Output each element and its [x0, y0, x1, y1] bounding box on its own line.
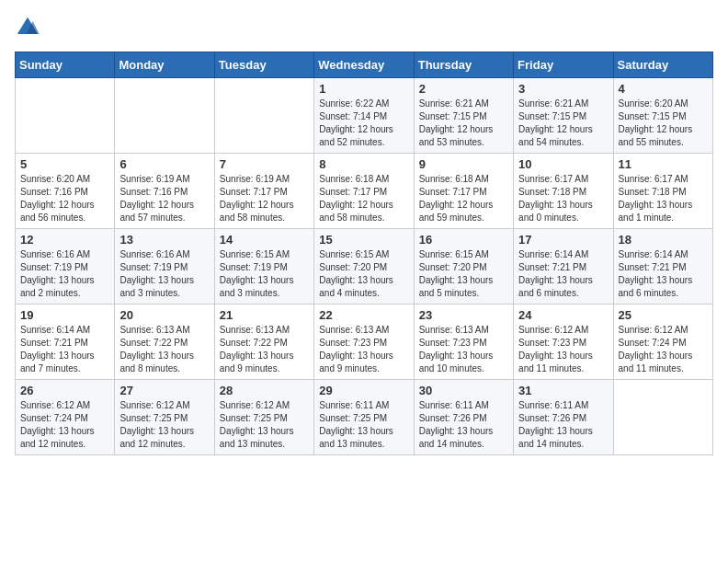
day-info: Sunrise: 6:16 AM Sunset: 7:19 PM Dayligh…: [20, 248, 109, 300]
header-wednesday: Wednesday: [314, 52, 414, 78]
week-row-4: 19Sunrise: 6:14 AM Sunset: 7:21 PM Dayli…: [16, 304, 713, 380]
day-cell: 2Sunrise: 6:21 AM Sunset: 7:15 PM Daylig…: [414, 78, 513, 154]
day-cell: 27Sunrise: 6:12 AM Sunset: 7:25 PM Dayli…: [115, 380, 214, 455]
day-number: 7: [220, 157, 309, 171]
day-cell: [214, 78, 313, 154]
day-number: 18: [619, 233, 708, 247]
day-cell: [115, 78, 214, 154]
day-number: 20: [119, 308, 209, 322]
day-info: Sunrise: 6:13 AM Sunset: 7:22 PM Dayligh…: [119, 324, 209, 375]
header-sunday: Sunday: [16, 52, 115, 78]
day-info: Sunrise: 6:15 AM Sunset: 7:20 PM Dayligh…: [419, 248, 508, 300]
calendar-table: SundayMondayTuesdayWednesdayThursdayFrid…: [15, 52, 713, 455]
day-number: 26: [20, 384, 109, 397]
header-tuesday: Tuesday: [214, 52, 313, 78]
day-cell: 20Sunrise: 6:13 AM Sunset: 7:22 PM Dayli…: [115, 304, 214, 380]
day-info: Sunrise: 6:18 AM Sunset: 7:17 PM Dayligh…: [419, 173, 508, 224]
day-cell: 25Sunrise: 6:12 AM Sunset: 7:24 PM Dayli…: [613, 304, 712, 380]
day-number: 29: [319, 384, 408, 397]
week-row-1: 1Sunrise: 6:22 AM Sunset: 7:14 PM Daylig…: [16, 78, 713, 154]
day-cell: 26Sunrise: 6:12 AM Sunset: 7:24 PM Dayli…: [16, 380, 115, 455]
header-saturday: Saturday: [613, 52, 712, 78]
day-number: 5: [20, 157, 109, 171]
day-info: Sunrise: 6:19 AM Sunset: 7:17 PM Dayligh…: [220, 173, 309, 224]
day-number: 19: [20, 308, 109, 322]
day-info: Sunrise: 6:12 AM Sunset: 7:25 PM Dayligh…: [220, 399, 309, 451]
day-cell: 12Sunrise: 6:16 AM Sunset: 7:19 PM Dayli…: [16, 229, 115, 304]
day-info: Sunrise: 6:12 AM Sunset: 7:24 PM Dayligh…: [619, 324, 708, 375]
day-info: Sunrise: 6:15 AM Sunset: 7:19 PM Dayligh…: [220, 248, 309, 300]
day-info: Sunrise: 6:14 AM Sunset: 7:21 PM Dayligh…: [518, 248, 608, 300]
day-cell: 19Sunrise: 6:14 AM Sunset: 7:21 PM Dayli…: [16, 304, 115, 380]
day-cell: 5Sunrise: 6:20 AM Sunset: 7:16 PM Daylig…: [16, 154, 115, 229]
day-cell: 8Sunrise: 6:18 AM Sunset: 7:17 PM Daylig…: [314, 154, 414, 229]
day-number: 31: [518, 384, 608, 397]
day-cell: 22Sunrise: 6:13 AM Sunset: 7:23 PM Dayli…: [314, 304, 414, 380]
day-number: 21: [220, 308, 309, 322]
header-monday: Monday: [115, 52, 214, 78]
day-info: Sunrise: 6:11 AM Sunset: 7:26 PM Dayligh…: [518, 399, 608, 451]
day-info: Sunrise: 6:17 AM Sunset: 7:18 PM Dayligh…: [619, 173, 708, 224]
day-info: Sunrise: 6:18 AM Sunset: 7:17 PM Dayligh…: [319, 173, 408, 224]
page-header: [15, 15, 713, 40]
day-cell: 28Sunrise: 6:12 AM Sunset: 7:25 PM Dayli…: [214, 380, 313, 455]
day-number: 22: [319, 308, 408, 322]
day-cell: 21Sunrise: 6:13 AM Sunset: 7:22 PM Dayli…: [214, 304, 313, 380]
day-cell: 3Sunrise: 6:21 AM Sunset: 7:15 PM Daylig…: [514, 78, 613, 154]
day-cell: 9Sunrise: 6:18 AM Sunset: 7:17 PM Daylig…: [414, 154, 513, 229]
day-info: Sunrise: 6:20 AM Sunset: 7:15 PM Dayligh…: [619, 98, 708, 149]
day-cell: [613, 380, 712, 455]
day-cell: 29Sunrise: 6:11 AM Sunset: 7:25 PM Dayli…: [314, 380, 414, 455]
week-row-2: 5Sunrise: 6:20 AM Sunset: 7:16 PM Daylig…: [16, 154, 713, 229]
day-cell: 23Sunrise: 6:13 AM Sunset: 7:23 PM Dayli…: [414, 304, 513, 380]
header-thursday: Thursday: [414, 52, 513, 78]
day-number: 30: [419, 384, 508, 397]
day-number: 2: [419, 82, 508, 96]
day-info: Sunrise: 6:12 AM Sunset: 7:25 PM Dayligh…: [119, 399, 209, 451]
logo-icon: [15, 15, 40, 40]
day-cell: 16Sunrise: 6:15 AM Sunset: 7:20 PM Dayli…: [414, 229, 513, 304]
day-number: 17: [518, 233, 608, 247]
day-number: 27: [119, 384, 209, 397]
day-number: 4: [619, 82, 708, 96]
day-info: Sunrise: 6:17 AM Sunset: 7:18 PM Dayligh…: [518, 173, 608, 224]
header-row: SundayMondayTuesdayWednesdayThursdayFrid…: [16, 52, 713, 78]
day-number: 8: [319, 157, 408, 171]
day-number: 1: [319, 82, 408, 96]
day-cell: 24Sunrise: 6:12 AM Sunset: 7:23 PM Dayli…: [514, 304, 613, 380]
day-cell: 4Sunrise: 6:20 AM Sunset: 7:15 PM Daylig…: [613, 78, 712, 154]
day-info: Sunrise: 6:14 AM Sunset: 7:21 PM Dayligh…: [619, 248, 708, 300]
day-number: 10: [518, 157, 608, 171]
day-number: 11: [619, 157, 708, 171]
day-number: 9: [419, 157, 508, 171]
day-cell: 13Sunrise: 6:16 AM Sunset: 7:19 PM Dayli…: [115, 229, 214, 304]
day-number: 28: [220, 384, 309, 397]
day-info: Sunrise: 6:13 AM Sunset: 7:22 PM Dayligh…: [220, 324, 309, 375]
day-cell: 30Sunrise: 6:11 AM Sunset: 7:26 PM Dayli…: [414, 380, 513, 455]
day-info: Sunrise: 6:21 AM Sunset: 7:15 PM Dayligh…: [419, 98, 508, 149]
day-info: Sunrise: 6:13 AM Sunset: 7:23 PM Dayligh…: [419, 324, 508, 375]
day-info: Sunrise: 6:11 AM Sunset: 7:25 PM Dayligh…: [319, 399, 408, 451]
day-number: 3: [518, 82, 608, 96]
day-info: Sunrise: 6:13 AM Sunset: 7:23 PM Dayligh…: [319, 324, 408, 375]
day-cell: [16, 78, 115, 154]
day-number: 25: [619, 308, 708, 322]
day-info: Sunrise: 6:20 AM Sunset: 7:16 PM Dayligh…: [20, 173, 109, 224]
day-number: 16: [419, 233, 508, 247]
week-row-3: 12Sunrise: 6:16 AM Sunset: 7:19 PM Dayli…: [16, 229, 713, 304]
day-cell: 6Sunrise: 6:19 AM Sunset: 7:16 PM Daylig…: [115, 154, 214, 229]
day-cell: 17Sunrise: 6:14 AM Sunset: 7:21 PM Dayli…: [514, 229, 613, 304]
day-info: Sunrise: 6:14 AM Sunset: 7:21 PM Dayligh…: [20, 324, 109, 375]
day-info: Sunrise: 6:19 AM Sunset: 7:16 PM Dayligh…: [119, 173, 209, 224]
day-cell: 14Sunrise: 6:15 AM Sunset: 7:19 PM Dayli…: [214, 229, 313, 304]
day-info: Sunrise: 6:12 AM Sunset: 7:24 PM Dayligh…: [20, 399, 109, 451]
day-number: 13: [119, 233, 209, 247]
day-info: Sunrise: 6:22 AM Sunset: 7:14 PM Dayligh…: [319, 98, 408, 149]
week-row-5: 26Sunrise: 6:12 AM Sunset: 7:24 PM Dayli…: [16, 380, 713, 455]
day-number: 12: [20, 233, 109, 247]
day-info: Sunrise: 6:11 AM Sunset: 7:26 PM Dayligh…: [419, 399, 508, 451]
day-info: Sunrise: 6:16 AM Sunset: 7:19 PM Dayligh…: [119, 248, 209, 300]
day-info: Sunrise: 6:12 AM Sunset: 7:23 PM Dayligh…: [518, 324, 608, 375]
day-cell: 15Sunrise: 6:15 AM Sunset: 7:20 PM Dayli…: [314, 229, 414, 304]
logo: [15, 15, 46, 40]
